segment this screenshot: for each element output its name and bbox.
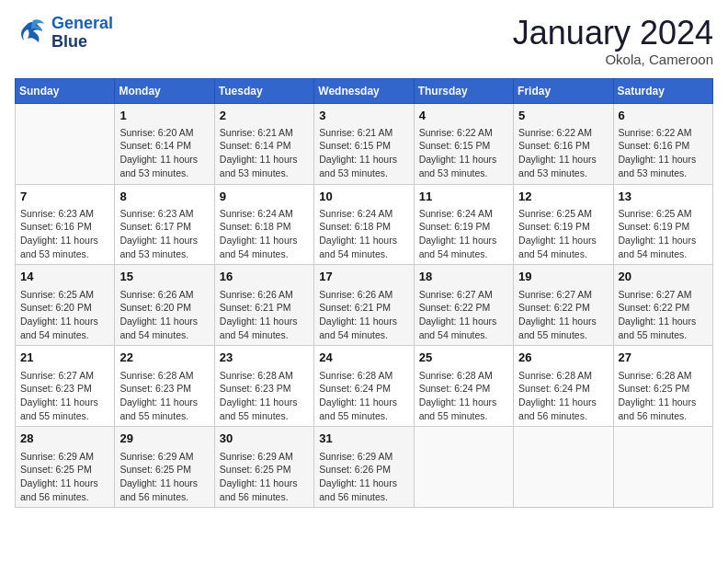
calendar-week-row: 7Sunrise: 6:23 AM Sunset: 6:16 PM Daylig… (16, 184, 713, 265)
day-info: Sunrise: 6:23 AM Sunset: 6:16 PM Dayligh… (20, 207, 109, 261)
day-info: Sunrise: 6:24 AM Sunset: 6:18 PM Dayligh… (319, 207, 408, 261)
day-number: 29 (119, 431, 209, 447)
day-number: 23 (220, 350, 309, 366)
calendar-cell: 7Sunrise: 6:23 AM Sunset: 6:16 PM Daylig… (16, 184, 115, 265)
day-info: Sunrise: 6:29 AM Sunset: 6:26 PM Dayligh… (319, 450, 408, 504)
day-info: Sunrise: 6:28 AM Sunset: 6:25 PM Dayligh… (619, 369, 708, 423)
calendar-cell: 16Sunrise: 6:26 AM Sunset: 6:21 PM Dayli… (214, 265, 313, 346)
page-header: General Blue January 2024 Okola, Cameroo… (15, 15, 713, 67)
calendar-week-row: 28Sunrise: 6:29 AM Sunset: 6:25 PM Dayli… (16, 427, 713, 508)
calendar-cell: 12Sunrise: 6:25 AM Sunset: 6:19 PM Dayli… (514, 184, 613, 265)
day-number: 7 (20, 189, 109, 205)
day-number: 11 (419, 189, 508, 205)
day-number: 6 (619, 108, 708, 124)
calendar-week-row: 1Sunrise: 6:20 AM Sunset: 6:14 PM Daylig… (16, 103, 713, 184)
day-number: 17 (319, 269, 408, 285)
day-number: 21 (20, 350, 109, 366)
calendar-header-row: SundayMondayTuesdayWednesdayThursdayFrid… (16, 78, 713, 103)
calendar-cell (414, 427, 513, 508)
day-info: Sunrise: 6:25 AM Sunset: 6:20 PM Dayligh… (20, 288, 109, 342)
location-subtitle: Okola, Cameroon (513, 52, 713, 67)
day-info: Sunrise: 6:27 AM Sunset: 6:22 PM Dayligh… (419, 288, 508, 342)
day-number: 4 (419, 108, 508, 124)
calendar-cell: 25Sunrise: 6:28 AM Sunset: 6:24 PM Dayli… (414, 346, 513, 427)
weekday-header-sunday: Sunday (16, 78, 115, 103)
calendar-cell: 14Sunrise: 6:25 AM Sunset: 6:20 PM Dayli… (16, 265, 115, 346)
day-number: 19 (518, 269, 608, 285)
day-number: 30 (220, 431, 309, 447)
calendar-cell: 21Sunrise: 6:27 AM Sunset: 6:23 PM Dayli… (16, 346, 115, 427)
day-number: 13 (619, 189, 708, 205)
day-info: Sunrise: 6:28 AM Sunset: 6:23 PM Dayligh… (220, 369, 309, 423)
day-info: Sunrise: 6:25 AM Sunset: 6:19 PM Dayligh… (518, 207, 608, 261)
day-number: 2 (220, 108, 309, 124)
calendar-cell: 31Sunrise: 6:29 AM Sunset: 6:26 PM Dayli… (314, 427, 414, 508)
day-info: Sunrise: 6:22 AM Sunset: 6:15 PM Dayligh… (419, 126, 508, 180)
weekday-header-tuesday: Tuesday (214, 78, 313, 103)
day-info: Sunrise: 6:28 AM Sunset: 6:24 PM Dayligh… (319, 369, 408, 423)
calendar-body: 1Sunrise: 6:20 AM Sunset: 6:14 PM Daylig… (16, 103, 713, 508)
calendar-cell: 5Sunrise: 6:22 AM Sunset: 6:16 PM Daylig… (514, 103, 613, 184)
calendar-cell: 23Sunrise: 6:28 AM Sunset: 6:23 PM Dayli… (214, 346, 313, 427)
day-info: Sunrise: 6:22 AM Sunset: 6:16 PM Dayligh… (518, 126, 608, 180)
calendar-cell: 9Sunrise: 6:24 AM Sunset: 6:18 PM Daylig… (214, 184, 313, 265)
day-number: 5 (518, 108, 608, 124)
title-block: January 2024 Okola, Cameroon (513, 15, 713, 67)
calendar-cell: 24Sunrise: 6:28 AM Sunset: 6:24 PM Dayli… (314, 346, 414, 427)
logo-icon (15, 17, 48, 50)
calendar-cell: 4Sunrise: 6:22 AM Sunset: 6:15 PM Daylig… (414, 103, 513, 184)
month-year-title: January 2024 (513, 15, 713, 52)
calendar-cell (514, 427, 613, 508)
day-info: Sunrise: 6:24 AM Sunset: 6:19 PM Dayligh… (419, 207, 508, 261)
day-number: 20 (619, 269, 708, 285)
day-info: Sunrise: 6:26 AM Sunset: 6:20 PM Dayligh… (119, 288, 209, 342)
calendar-week-row: 21Sunrise: 6:27 AM Sunset: 6:23 PM Dayli… (16, 346, 713, 427)
day-number: 28 (20, 431, 109, 447)
calendar-cell: 28Sunrise: 6:29 AM Sunset: 6:25 PM Dayli… (16, 427, 115, 508)
day-number: 26 (518, 350, 608, 366)
day-info: Sunrise: 6:27 AM Sunset: 6:22 PM Dayligh… (518, 288, 608, 342)
calendar-cell: 29Sunrise: 6:29 AM Sunset: 6:25 PM Dayli… (115, 427, 214, 508)
day-number: 8 (119, 189, 209, 205)
day-info: Sunrise: 6:21 AM Sunset: 6:14 PM Dayligh… (220, 126, 309, 180)
calendar-cell: 6Sunrise: 6:22 AM Sunset: 6:16 PM Daylig… (613, 103, 712, 184)
day-info: Sunrise: 6:25 AM Sunset: 6:19 PM Dayligh… (619, 207, 708, 261)
calendar-cell: 17Sunrise: 6:26 AM Sunset: 6:21 PM Dayli… (314, 265, 414, 346)
day-number: 3 (319, 108, 408, 124)
day-info: Sunrise: 6:29 AM Sunset: 6:25 PM Dayligh… (20, 450, 109, 504)
calendar-week-row: 14Sunrise: 6:25 AM Sunset: 6:20 PM Dayli… (16, 265, 713, 346)
calendar-cell: 26Sunrise: 6:28 AM Sunset: 6:24 PM Dayli… (514, 346, 613, 427)
calendar-cell: 27Sunrise: 6:28 AM Sunset: 6:25 PM Dayli… (613, 346, 712, 427)
day-info: Sunrise: 6:28 AM Sunset: 6:24 PM Dayligh… (518, 369, 608, 423)
calendar-cell: 20Sunrise: 6:27 AM Sunset: 6:22 PM Dayli… (613, 265, 712, 346)
calendar-cell: 30Sunrise: 6:29 AM Sunset: 6:25 PM Dayli… (214, 427, 313, 508)
calendar-table: SundayMondayTuesdayWednesdayThursdayFrid… (15, 78, 713, 509)
day-info: Sunrise: 6:22 AM Sunset: 6:16 PM Dayligh… (619, 126, 708, 180)
day-info: Sunrise: 6:27 AM Sunset: 6:22 PM Dayligh… (619, 288, 708, 342)
calendar-cell: 1Sunrise: 6:20 AM Sunset: 6:14 PM Daylig… (115, 103, 214, 184)
calendar-cell: 13Sunrise: 6:25 AM Sunset: 6:19 PM Dayli… (613, 184, 712, 265)
day-info: Sunrise: 6:23 AM Sunset: 6:17 PM Dayligh… (119, 207, 209, 261)
calendar-cell: 3Sunrise: 6:21 AM Sunset: 6:15 PM Daylig… (314, 103, 414, 184)
calendar-cell (16, 103, 115, 184)
calendar-cell: 11Sunrise: 6:24 AM Sunset: 6:19 PM Dayli… (414, 184, 513, 265)
weekday-header-friday: Friday (514, 78, 613, 103)
day-info: Sunrise: 6:20 AM Sunset: 6:14 PM Dayligh… (119, 126, 209, 180)
day-number: 15 (119, 269, 209, 285)
calendar-cell: 22Sunrise: 6:28 AM Sunset: 6:23 PM Dayli… (115, 346, 214, 427)
logo: General Blue (15, 15, 113, 52)
calendar-cell: 10Sunrise: 6:24 AM Sunset: 6:18 PM Dayli… (314, 184, 414, 265)
calendar-cell: 19Sunrise: 6:27 AM Sunset: 6:22 PM Dayli… (514, 265, 613, 346)
day-info: Sunrise: 6:29 AM Sunset: 6:25 PM Dayligh… (220, 450, 309, 504)
day-number: 14 (20, 269, 109, 285)
weekday-header-monday: Monday (115, 78, 214, 103)
day-number: 1 (119, 108, 209, 124)
day-number: 22 (119, 350, 209, 366)
day-info: Sunrise: 6:21 AM Sunset: 6:15 PM Dayligh… (319, 126, 408, 180)
day-number: 18 (419, 269, 508, 285)
calendar-cell: 15Sunrise: 6:26 AM Sunset: 6:20 PM Dayli… (115, 265, 214, 346)
day-info: Sunrise: 6:26 AM Sunset: 6:21 PM Dayligh… (319, 288, 408, 342)
day-number: 31 (319, 431, 408, 447)
day-info: Sunrise: 6:28 AM Sunset: 6:24 PM Dayligh… (419, 369, 508, 423)
day-number: 9 (220, 189, 309, 205)
